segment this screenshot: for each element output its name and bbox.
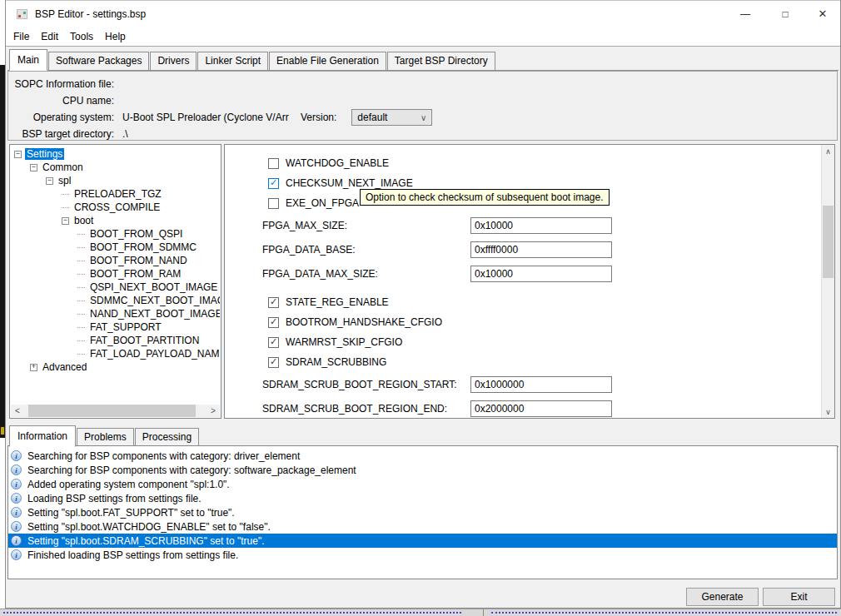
setting-row <box>225 286 820 292</box>
log-row[interactable]: Searching for BSP components with catego… <box>8 463 837 477</box>
tab[interactable]: Information <box>9 425 76 447</box>
scroll-right-icon[interactable]: > <box>207 405 220 417</box>
setting-value-input[interactable] <box>470 241 612 258</box>
setting-value-input[interactable] <box>470 266 612 282</box>
background-window-divider <box>483 609 484 616</box>
menu-item[interactable]: Help <box>99 28 132 45</box>
tree-item[interactable]: Advanced <box>11 360 220 374</box>
tab[interactable]: Linker Script <box>197 52 268 70</box>
bsp-target-directory-label: BSP target directory: <box>8 128 114 140</box>
tree-item[interactable]: CROSS_COMPILE <box>11 201 220 214</box>
tree-expander-icon[interactable] <box>77 247 85 248</box>
setting-row: FPGA_DATA_MAX_SIZE: FPGA_DATA_MAX_SIZE: <box>225 261 820 286</box>
tree-item[interactable]: BOOT_FROM_RAM <box>11 267 220 281</box>
exit-button[interactable]: Exit <box>763 588 835 606</box>
tab[interactable]: Processing <box>135 428 199 446</box>
version-dropdown[interactable]: default ∨ <box>351 109 432 126</box>
setting-checkbox[interactable] <box>268 337 279 348</box>
tree-item[interactable]: NAND_NEXT_BOOT_IMAGE <box>11 307 220 320</box>
log-row[interactable]: Added operating system component "spl:1.… <box>8 477 837 491</box>
tab[interactable]: Main <box>9 49 47 71</box>
tree-item[interactable]: PRELOADER_TGZ <box>11 187 220 201</box>
tree-item[interactable]: Common <box>11 161 220 174</box>
setting-row: SDRAM_SCRUB_BOOT_REGION_END: SDRAM_SCRUB… <box>225 396 820 419</box>
log-row[interactable]: Setting "spl.boot.FAT_SUPPORT" set to "t… <box>8 505 837 519</box>
tree-expander-icon[interactable] <box>77 340 85 341</box>
tree-expander-icon[interactable] <box>62 217 69 225</box>
tree-expander-icon[interactable] <box>30 364 37 371</box>
tree-item[interactable]: boot <box>11 214 220 227</box>
menu-item[interactable]: Edit <box>35 28 64 45</box>
tree-expander-icon[interactable] <box>77 261 85 261</box>
tab[interactable]: Target BSP Directory <box>387 52 495 70</box>
tab[interactable]: Problems <box>77 428 134 446</box>
vertical-scrollbar-thumb[interactable] <box>823 206 834 278</box>
setting-row: SDRAM_SCRUBBING SDRAM_SCRUBBING <box>225 352 820 372</box>
info-icon <box>11 507 22 518</box>
tree-item-label: Settings <box>25 148 64 160</box>
scroll-left-icon[interactable]: < <box>11 405 24 417</box>
scroll-down-icon[interactable]: ∨ <box>822 405 834 418</box>
tree-expander-icon[interactable] <box>77 234 85 235</box>
log-row[interactable]: Setting "spl.boot.SDRAM_SCRUBBING" set t… <box>8 534 837 548</box>
bsp-summary-panel: SOPC Information file: CPU name: Operati… <box>7 71 838 141</box>
tree-horizontal-scrollbar[interactable]: < > <box>11 405 220 417</box>
log-row[interactable]: Finished loading BSP settings from setti… <box>8 548 837 562</box>
setting-value-input[interactable] <box>470 217 612 234</box>
info-icon <box>11 450 22 461</box>
setting-checkbox[interactable] <box>268 198 279 209</box>
tree-item[interactable]: SDMMC_NEXT_BOOT_IMAGE <box>11 294 220 307</box>
tree-item[interactable]: FAT_BOOT_PARTITION <box>11 334 220 347</box>
setting-checkbox[interactable] <box>268 297 279 308</box>
tree-expander-icon[interactable] <box>77 327 85 328</box>
info-icon <box>11 493 22 504</box>
menu-item[interactable]: File <box>7 28 35 45</box>
close-icon[interactable]: ✕ <box>809 1 836 27</box>
setting-checkbox[interactable] <box>268 158 279 169</box>
tab-label: Processing <box>142 431 192 443</box>
tree-expander-icon[interactable] <box>77 314 85 315</box>
tree-item[interactable]: FAT_SUPPORT <box>11 320 220 334</box>
tree-expander-icon[interactable] <box>77 301 85 301</box>
setting-value-input[interactable] <box>470 400 612 417</box>
tab[interactable]: Enable File Generation <box>269 52 386 70</box>
tree-item[interactable]: QSPI_NEXT_BOOT_IMAGE <box>11 281 220 294</box>
settings-vertical-scrollbar[interactable]: ∧ ∨ <box>821 145 834 418</box>
tab[interactable]: Software Packages <box>48 52 149 70</box>
setting-checkbox[interactable] <box>268 357 279 368</box>
log-row[interactable]: Loading BSP settings from settings file. <box>8 491 837 505</box>
tree-item[interactable]: BOOT_FROM_QSPI <box>11 227 220 241</box>
title-bar: BSP Editor - settings.bsp — □ ✕ <box>6 1 840 27</box>
tree-item[interactable]: Settings <box>11 147 220 161</box>
minimize-icon[interactable]: — <box>732 1 759 27</box>
log-row[interactable]: Setting "spl.boot.WATCHDOG_ENABLE" set t… <box>8 519 837 534</box>
setting-checkbox[interactable] <box>268 178 279 189</box>
tree-item[interactable]: BOOT_FROM_SDMMC <box>11 241 220 254</box>
tree-expander-icon[interactable] <box>14 151 22 158</box>
tree-item-label: Common <box>41 161 85 173</box>
tree-expander-icon[interactable] <box>30 164 37 171</box>
tab[interactable]: Drivers <box>150 52 197 70</box>
tree-expander-icon[interactable] <box>62 207 69 208</box>
log-row[interactable]: Searching for BSP components with catego… <box>8 449 837 463</box>
setting-checkbox[interactable] <box>268 317 279 328</box>
tree-item[interactable]: FAT_LOAD_PAYLOAD_NAME <box>11 347 220 360</box>
scroll-up-icon[interactable]: ∧ <box>822 145 834 157</box>
log-message: Setting "spl.boot.SDRAM_SCRUBBING" set t… <box>27 535 264 547</box>
tree-expander-icon[interactable] <box>77 354 85 355</box>
tree-expander-icon[interactable] <box>46 177 53 185</box>
info-icon <box>11 464 22 475</box>
tree-expander-icon[interactable] <box>77 287 85 288</box>
version-label: Version: <box>301 112 336 123</box>
tree-item[interactable]: BOOT_FROM_NAND <box>11 254 220 267</box>
tree-expander-icon[interactable] <box>62 194 69 195</box>
setting-value-input[interactable] <box>470 376 612 393</box>
setting-row: WATCHDOG_ENABLE WATCHDOG_ENABLE <box>225 153 820 173</box>
maximize-icon[interactable]: □ <box>772 1 799 27</box>
tree-expander-icon[interactable] <box>77 274 85 275</box>
tree-item[interactable]: spl <box>11 174 220 187</box>
generate-button[interactable]: Generate <box>686 588 759 606</box>
tooltip: Option to check checksum of subsequent b… <box>360 189 610 206</box>
horizontal-scrollbar-thumb[interactable] <box>28 405 196 417</box>
menu-item[interactable]: Tools <box>64 28 99 45</box>
